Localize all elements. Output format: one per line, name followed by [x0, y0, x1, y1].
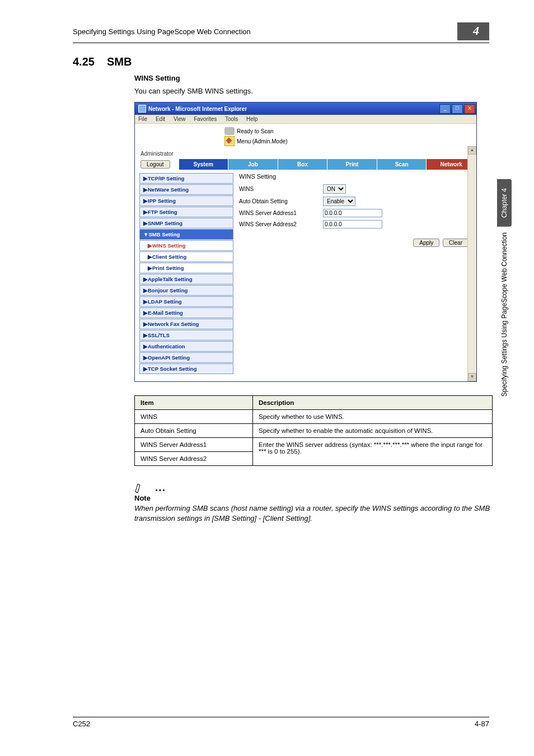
tab-system[interactable]: System: [179, 159, 229, 170]
label-wins-addr1: WINS Server Address1: [239, 210, 323, 216]
menu-tools[interactable]: Tools: [225, 116, 238, 122]
sidebar-openapi[interactable]: ▶OpenAPI Setting: [139, 352, 233, 363]
select-wins[interactable]: ON: [323, 184, 346, 194]
cell-desc: Enter the WINS server address (syntax: *…: [253, 438, 493, 466]
section-name: SMB: [107, 55, 132, 68]
menu-help[interactable]: Help: [246, 116, 258, 122]
footer-right: 4-87: [475, 720, 489, 728]
sidebar: ▶TCP/IP Setting ▶NetWare Setting ▶IPP Se…: [139, 173, 233, 375]
subsection-heading: WINS Setting: [134, 74, 489, 82]
menu-edit[interactable]: Edit: [156, 116, 165, 122]
page-header: Specifying Settings Using PageScope Web …: [73, 22, 489, 43]
status-strip: Ready to Scan Menu (Admin.Mode): [135, 124, 476, 148]
sidebar-smb[interactable]: ▼SMB Setting: [139, 229, 233, 240]
header-title: Specifying Settings Using PageScope Web …: [73, 27, 457, 36]
table-row: WINS Server Address1 Enter the WINS serv…: [135, 438, 493, 452]
screenshot-window: Network - Microsoft Internet Explorer _ …: [134, 102, 477, 382]
sidebar-netware[interactable]: ▶NetWare Setting: [139, 184, 233, 195]
side-tab-text: Specifying Settings Using PageScope Web …: [500, 232, 508, 396]
cell-item: WINS Server Address2: [135, 452, 253, 466]
main-tabs: System Job Box Print Scan Network: [179, 159, 476, 170]
sidebar-email[interactable]: ▶E-Mail Setting: [139, 307, 233, 318]
logout-button[interactable]: Logout: [140, 160, 170, 169]
th-description: Description: [253, 396, 493, 410]
sidebar-item-label: OpenAPI Setting: [148, 354, 190, 361]
th-item: Item: [135, 396, 253, 410]
note-label: Note: [134, 494, 489, 502]
sidebar-item-label: Client Setting: [152, 254, 186, 260]
scrollbar[interactable]: ▲ ▼: [467, 146, 476, 381]
cell-desc: Specify whether to use WINS.: [253, 410, 493, 424]
tab-job[interactable]: Job: [228, 159, 278, 170]
input-wins-addr1[interactable]: [323, 209, 382, 217]
select-auto-obtain[interactable]: Enable: [323, 197, 355, 206]
tab-scan[interactable]: Scan: [377, 159, 427, 170]
sidebar-ldap[interactable]: ▶LDAP Setting: [139, 296, 233, 307]
sidebar-item-label: Authentication: [148, 343, 185, 349]
sidebar-smb-client[interactable]: ▶Client Setting: [139, 251, 233, 262]
sidebar-item-label: Print Setting: [152, 265, 184, 271]
row-auto-obtain: Auto Obtain Setting Enable: [239, 197, 472, 206]
header-chapter-badge: 4: [457, 22, 489, 40]
menu-file[interactable]: File: [138, 116, 147, 122]
table-header-row: Item Description: [135, 396, 493, 410]
note-body: When performing SMB scans (host name set…: [134, 503, 493, 523]
close-button[interactable]: X: [464, 104, 475, 114]
label-wins: WINS: [239, 186, 323, 192]
ellipsis-icon: …: [154, 481, 167, 494]
ie-icon: [138, 105, 146, 113]
sidebar-auth[interactable]: ▶Authentication: [139, 341, 233, 352]
cell-item: WINS: [135, 410, 253, 424]
sidebar-item-label: SMB Setting: [148, 231, 180, 237]
table-row: WINS Specify whether to use WINS.: [135, 410, 493, 424]
sidebar-item-label: Network Fax Setting: [148, 321, 199, 327]
section-number: 4.25: [73, 55, 95, 68]
sidebar-item-label: AppleTalk Setting: [148, 276, 193, 282]
sidebar-item-label: NetWare Setting: [148, 186, 189, 193]
page-footer: C252 4-87: [73, 717, 489, 728]
note-icon-row: …: [134, 480, 489, 494]
sidebar-smb-wins[interactable]: ▶WINS Setting: [139, 240, 233, 251]
sidebar-netfax[interactable]: ▶Network Fax Setting: [139, 319, 233, 329]
sidebar-bonjour[interactable]: ▶Bonjour Setting: [139, 285, 233, 296]
button-row: Apply Clear: [239, 239, 472, 247]
svg-marker-0: [135, 484, 140, 493]
input-wins-addr2[interactable]: [323, 220, 382, 228]
cell-item: Auto Obtain Setting: [135, 424, 253, 438]
main-panel: WINS Setting WINS ON Auto Obtain Setting…: [239, 173, 472, 247]
label-wins-addr2: WINS Server Address2: [239, 221, 323, 227]
sidebar-tcpsocket[interactable]: ▶TCP Socket Setting: [139, 363, 233, 374]
sidebar-ftp[interactable]: ▶FTP Setting: [139, 207, 233, 217]
minimize-button[interactable]: _: [439, 104, 451, 114]
tab-row: Logout System Job Box Print Scan Network: [135, 159, 476, 170]
menu-favorites[interactable]: Favorites: [194, 116, 217, 122]
page-body: ▲ ▼ Ready to Scan Menu (Admin.Mode) Admi…: [135, 124, 476, 381]
intro-text: You can specify SMB WINS settings.: [134, 87, 489, 95]
sidebar-item-label: FTP Setting: [148, 209, 177, 215]
sidebar-ssltls[interactable]: ▶SSL/TLS: [139, 330, 233, 340]
sidebar-appletalk[interactable]: ▶AppleTalk Setting: [139, 274, 233, 284]
sidebar-ipp[interactable]: ▶IPP Setting: [139, 195, 233, 206]
window-title: Network - Microsoft Internet Explorer: [148, 106, 439, 112]
menu-view[interactable]: View: [174, 116, 186, 122]
tab-box[interactable]: Box: [278, 159, 328, 170]
clear-button[interactable]: Clear: [443, 239, 469, 247]
description-table: Item Description WINS Specify whether to…: [134, 395, 493, 466]
scroll-up-icon[interactable]: ▲: [468, 146, 476, 155]
row-wins: WINS ON: [239, 184, 472, 194]
sidebar-item-label: LDAP Setting: [148, 298, 182, 305]
maximize-button[interactable]: □: [452, 104, 463, 114]
panel-heading: WINS Setting: [239, 173, 472, 180]
sidebar-snmp[interactable]: ▶SNMP Setting: [139, 218, 233, 228]
apply-button[interactable]: Apply: [413, 239, 439, 247]
row-wins-addr1: WINS Server Address1: [239, 209, 472, 217]
scroll-down-icon[interactable]: ▼: [468, 373, 476, 381]
admin-mode-icon: [224, 136, 235, 146]
sidebar-tcpip[interactable]: ▶TCP/IP Setting: [139, 173, 233, 184]
cell-desc: Specify whether to enable the automatic …: [253, 424, 493, 438]
sidebar-item-label: SSL/TLS: [148, 332, 170, 338]
printer-status-icon: [224, 127, 235, 135]
tab-print[interactable]: Print: [327, 159, 377, 170]
sidebar-smb-print[interactable]: ▶Print Setting: [139, 263, 233, 273]
admin-label: Administrator: [135, 148, 476, 159]
